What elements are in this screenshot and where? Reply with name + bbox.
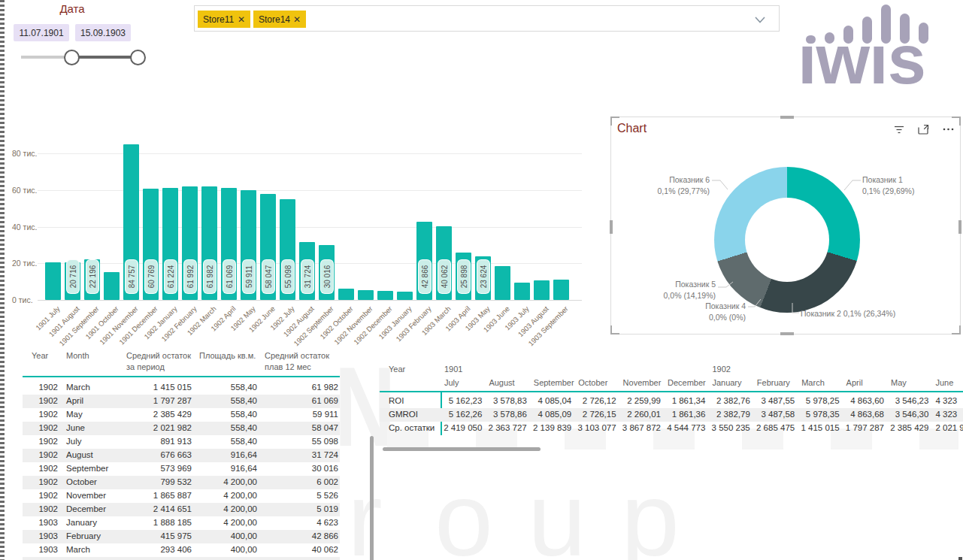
table-row: 1902March1 415 015558,4061 982 <box>23 381 340 395</box>
matrix-row-roi: ROI5 162,233 578,834 085,042 726,122 259… <box>380 395 963 408</box>
filter-icon[interactable] <box>894 125 904 135</box>
matrix-cell: 3 487,58 <box>753 410 795 419</box>
bar-value-label: 61 224 <box>164 259 177 294</box>
gridline <box>38 190 582 191</box>
cell-area: 558,40 <box>203 423 257 432</box>
resize-handle-top[interactable] <box>780 116 794 119</box>
store-chip-store11[interactable]: Store11✕ <box>198 11 250 28</box>
bar-1902-october[interactable] <box>338 289 354 300</box>
table-row: 1902September573 969916,6430 016 <box>23 462 340 476</box>
matrix-cell: 2 726,12 <box>574 396 616 405</box>
cell-year: 1903 <box>23 518 58 527</box>
bar-value-label: 20 716 <box>66 259 80 294</box>
right-table-horizontal-scrollbar[interactable] <box>383 447 541 451</box>
remove-chip-icon[interactable]: ✕ <box>293 14 301 25</box>
bar-value-label: 60 769 <box>144 259 158 294</box>
cell-month: August <box>66 450 93 459</box>
cell-area: 4 200,00 <box>203 477 257 486</box>
table-row-partial <box>23 557 340 560</box>
bar-1903-january[interactable] <box>397 292 413 300</box>
cell-avg-12m: 42 866 <box>271 531 338 540</box>
matrix-cell: 5 978,25 <box>798 396 839 405</box>
chart-title: Chart <box>617 122 647 135</box>
row-label: ROI <box>389 396 404 405</box>
bar-value-label: 22 196 <box>86 259 99 294</box>
cell-area: 400,00 <box>203 545 257 554</box>
bar-value-label: 25 898 <box>457 259 471 294</box>
watermark-letter: p <box>621 459 680 560</box>
matrix-month-header: March <box>801 377 825 389</box>
more-options-icon[interactable] <box>943 128 954 131</box>
matrix-cell: 4 323 <box>935 396 957 405</box>
logo-text: ıwıs <box>798 20 925 99</box>
donut-slice-label-s4: Показник 40,0% (0%) <box>656 301 746 322</box>
resize-handle-left[interactable] <box>610 220 613 234</box>
y-axis-tick-label: 0 тис. <box>12 295 41 304</box>
cell-avg-12m: 59 911 <box>271 410 338 419</box>
date-slider-handle-start[interactable] <box>64 50 80 65</box>
cell-year: 1902 <box>23 464 58 473</box>
table-row: 1902October799 5324 200,006 002 <box>23 476 340 489</box>
matrix-month-header: September <box>534 377 574 389</box>
cell-avg-12m: 61 982 <box>271 383 338 392</box>
bar-value-label: 84 757 <box>125 259 138 294</box>
watermark-letter: u <box>528 459 586 560</box>
matrix-cell: 4 863,60 <box>843 396 884 405</box>
bar-value-label: 23 624 <box>477 259 490 294</box>
bar-value-label: 55 098 <box>281 259 295 294</box>
cell-avg-12m: 4 623 <box>271 518 338 527</box>
table-row: 1902November1 865 8874 200,005 526 <box>23 489 340 503</box>
resize-handle-right[interactable] <box>958 220 961 234</box>
bar-1903-june[interactable] <box>495 266 510 300</box>
chevron-down-icon[interactable] <box>755 17 765 23</box>
cell-avg-balance: 1 415 015 <box>98 383 192 392</box>
resize-handle-bottom[interactable] <box>780 332 794 335</box>
matrix-cell: 5 162,23 <box>441 396 482 405</box>
date-slider-handle-end[interactable] <box>130 50 146 65</box>
matrix-cell: 1 861,34 <box>664 396 705 405</box>
store-multiselect-dropdown[interactable]: Store11✕Store14✕ <box>194 5 780 32</box>
cell-avg-12m: 6 002 <box>271 477 338 486</box>
matrix-cell: 4 544 773 <box>664 423 705 432</box>
balance-table-visual: YearMonthСредний остатокза периодПлощадь… <box>23 346 370 560</box>
bar-1901-october[interactable] <box>104 272 120 300</box>
date-end-value[interactable]: 15.09.1903 <box>75 24 131 41</box>
remove-chip-icon[interactable]: ✕ <box>238 14 245 25</box>
matrix-month-header: February <box>757 377 790 389</box>
store-chip-store14[interactable]: Store14✕ <box>253 11 306 28</box>
bar-1903-august[interactable] <box>534 280 550 300</box>
date-start-value[interactable]: 11.07.1901 <box>14 24 69 41</box>
cell-area: 916,64 <box>203 464 257 473</box>
watermark-letter: o <box>435 459 493 560</box>
left-table-vertical-scrollbar[interactable] <box>370 436 374 560</box>
page-resize-corner <box>958 557 962 560</box>
bar-1903-september[interactable] <box>553 280 569 300</box>
matrix-cell: 2 363 727 <box>485 423 526 432</box>
roi-matrix-visual: Year19011902JulyAugustSeptemberOctoberNo… <box>380 353 963 451</box>
bar-1901-july[interactable] <box>45 262 61 300</box>
cell-month: May <box>66 410 83 419</box>
cell-avg-balance: 799 532 <box>98 477 192 486</box>
matrix-cell: 1 415 015 <box>798 423 839 432</box>
bar-1903-july[interactable] <box>514 283 530 300</box>
bar-1902-december[interactable] <box>377 291 393 300</box>
cell-month: February <box>66 531 101 540</box>
gridline <box>38 153 582 154</box>
bar-value-label: 58 047 <box>262 259 275 294</box>
cell-year: 1902 <box>23 423 58 432</box>
table-row: 1902June2 021 982558,4058 047 <box>23 422 340 435</box>
store-chip-label: Store11 <box>203 14 234 25</box>
bar-1902-november[interactable] <box>358 290 374 300</box>
store-chip-label: Store14 <box>259 14 290 25</box>
focus-mode-icon[interactable] <box>918 124 929 135</box>
cell-month: June <box>66 423 85 432</box>
donut-chart-visual[interactable]: Chart Показник 10,1% (29,6 <box>610 117 961 334</box>
matrix-cell: 4 863,68 <box>843 410 884 419</box>
date-slider-selected-range[interactable] <box>71 56 138 59</box>
cell-avg-balance: 2 385 429 <box>98 410 192 419</box>
matrix-row-сростатки: Ср. остатки2 419 0502 363 7272 139 8393 … <box>380 422 963 435</box>
left-table-header: Year <box>32 350 48 362</box>
bar-value-label: 40 062 <box>438 259 451 294</box>
matrix-month-header: July <box>444 377 459 389</box>
cell-avg-balance: 293 406 <box>98 545 192 554</box>
